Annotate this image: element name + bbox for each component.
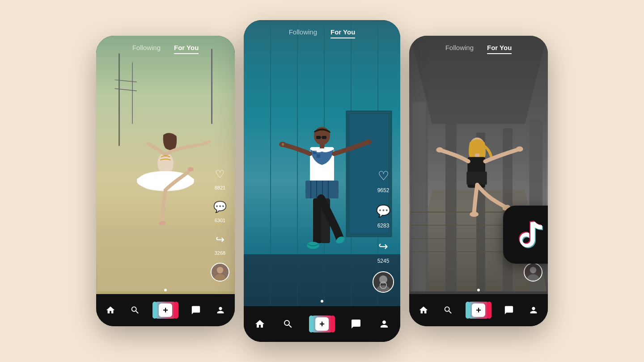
left-share-icon[interactable]: ↪ <box>211 230 229 249</box>
svg-line-4 <box>115 80 137 82</box>
svg-point-70 <box>530 267 536 273</box>
left-add-nav[interactable]: + <box>154 302 177 319</box>
center-heart-icon[interactable]: ♡ <box>373 165 394 186</box>
left-progress-dot <box>164 289 167 291</box>
left-comments-count: 6301 <box>215 218 225 223</box>
right-add-inner: + <box>472 303 485 317</box>
svg-point-66 <box>516 147 523 152</box>
center-phone-content: Following For You ♡ 9652 💬 6283 ↪ 5245 <box>244 20 400 342</box>
svg-point-67 <box>470 211 479 217</box>
center-comments-group: 💬 6283 <box>373 201 394 229</box>
right-bottom-nav: + <box>409 294 548 326</box>
left-comment-icon[interactable]: 💬 <box>211 198 229 216</box>
center-add-nav[interactable]: + <box>311 316 333 333</box>
center-for-you-tab[interactable]: For You <box>330 28 355 38</box>
svg-rect-30 <box>320 144 324 148</box>
right-profile-nav[interactable] <box>529 305 538 315</box>
left-messages-nav[interactable] <box>191 305 201 315</box>
left-add-inner: + <box>159 303 172 317</box>
center-profile-nav[interactable] <box>379 319 390 329</box>
svg-line-5 <box>115 88 137 91</box>
center-share-icon[interactable]: ↪ <box>373 236 394 257</box>
left-shares-count: 3268 <box>215 250 225 256</box>
svg-rect-63 <box>468 157 485 173</box>
left-likes-count: 8821 <box>215 185 225 190</box>
left-phone-header: Following For You <box>96 36 235 59</box>
left-likes-group: ♡ 8821 <box>211 165 229 190</box>
center-bottom-nav: + <box>244 306 400 342</box>
center-following-tab[interactable]: Following <box>289 28 317 38</box>
left-phone-content: Following For You ♡ 8821 💬 6301 ↪ 3268 <box>96 36 235 326</box>
right-phone-header: Following For You <box>409 36 548 59</box>
right-creator-avatar[interactable] <box>524 263 542 282</box>
center-add-inner: + <box>315 317 329 331</box>
left-heart-icon[interactable]: ♡ <box>211 165 229 184</box>
svg-point-11 <box>159 221 166 225</box>
left-avatar-group <box>211 263 229 282</box>
right-home-nav[interactable] <box>419 305 428 315</box>
right-phone-content: Following For You ↪ 6667 <box>409 36 548 326</box>
center-creator-avatar[interactable] <box>373 271 394 293</box>
center-home-nav[interactable] <box>254 319 265 329</box>
svg-rect-28 <box>322 136 326 139</box>
right-progress-dot <box>477 289 480 291</box>
left-search-nav[interactable] <box>130 305 140 315</box>
center-phone-header: Following For You <box>244 20 400 44</box>
right-search-nav[interactable] <box>443 305 453 315</box>
tiktok-logo-svg <box>514 217 548 253</box>
left-for-you-tab[interactable]: For You <box>174 44 199 54</box>
right-following-tab[interactable]: Following <box>445 44 474 54</box>
left-comments-group: 💬 6301 <box>211 198 229 223</box>
svg-rect-51 <box>412 102 426 291</box>
left-bottom-nav: + <box>96 294 235 326</box>
center-search-nav[interactable] <box>283 319 293 329</box>
right-avatar-group <box>524 263 542 282</box>
center-shares-count: 5245 <box>377 258 390 264</box>
right-add-nav[interactable]: + <box>467 302 490 319</box>
phones-container: Following For You ♡ 8821 💬 6301 ↪ 3268 <box>96 20 548 342</box>
center-likes-group: ♡ 9652 <box>373 165 394 194</box>
right-video-bg <box>409 36 548 326</box>
left-creator-avatar[interactable] <box>211 263 229 282</box>
tiktok-logo-overlay <box>503 206 548 264</box>
left-side-actions: ♡ 8821 💬 6301 ↪ 3268 <box>211 165 229 282</box>
svg-rect-64 <box>466 172 487 185</box>
left-home-nav[interactable] <box>106 305 115 315</box>
center-likes-count: 9652 <box>377 187 390 194</box>
center-progress-dot <box>321 300 323 303</box>
svg-point-36 <box>364 139 372 145</box>
left-profile-nav[interactable] <box>216 305 225 315</box>
center-side-actions: ♡ 9652 💬 6283 ↪ 5245 <box>373 165 394 293</box>
svg-rect-27 <box>316 136 321 139</box>
svg-point-12 <box>187 167 194 172</box>
center-messages-nav[interactable] <box>351 319 361 329</box>
svg-point-65 <box>436 147 443 153</box>
center-avatar-group <box>373 271 394 293</box>
svg-rect-52 <box>445 124 457 291</box>
center-comments-count: 6283 <box>377 223 390 229</box>
svg-rect-38 <box>282 143 284 146</box>
center-phone: Following For You ♡ 9652 💬 6283 ↪ 5245 <box>244 20 400 342</box>
left-shares-group: ↪ 3268 <box>211 230 229 256</box>
svg-point-14 <box>217 267 223 273</box>
center-shares-group: ↪ 5245 <box>373 236 394 264</box>
left-following-tab[interactable]: Following <box>132 44 161 54</box>
svg-point-44 <box>379 275 387 283</box>
right-for-you-tab[interactable]: For You <box>487 44 512 54</box>
right-messages-nav[interactable] <box>504 305 514 315</box>
left-phone: Following For You ♡ 8821 💬 6301 ↪ 3268 <box>96 36 235 326</box>
center-comment-icon[interactable]: 💬 <box>373 201 394 221</box>
right-phone: Following For You ↪ 6667 <box>409 36 548 326</box>
